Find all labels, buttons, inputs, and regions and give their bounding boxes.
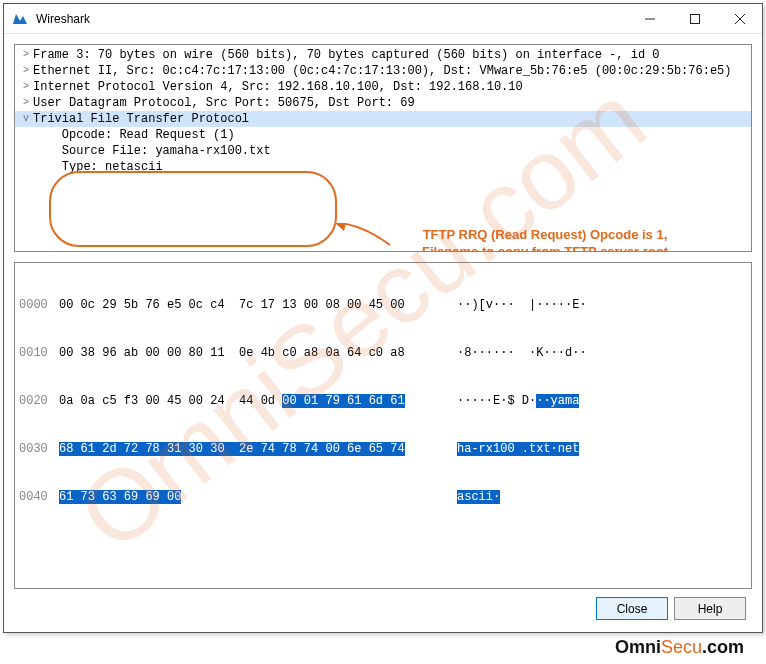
annotation-arrow — [330, 223, 400, 252]
packet-tree-row[interactable]: Opcode: Read Request (1) — [15, 127, 751, 143]
hex-row[interactable]: 000000 0c 29 5b 76 e5 0c c4 7c 17 13 00 … — [19, 297, 747, 313]
svg-rect-1 — [690, 14, 699, 23]
packet-tree-row[interactable]: Type: netascii — [15, 159, 751, 175]
packet-tree-row[interactable]: >Internet Protocol Version 4, Src: 192.1… — [15, 79, 751, 95]
annotation-text: TFTP RRQ (Read Request) Opcode is 1, Fil… — [385, 227, 705, 252]
hex-dump: 000000 0c 29 5b 76 e5 0c c4 7c 17 13 00 … — [15, 263, 751, 539]
packet-tree: >Frame 3: 70 bytes on wire (560 bits), 7… — [15, 45, 751, 177]
caret-icon[interactable]: > — [19, 95, 33, 111]
packet-details-pane[interactable]: >Frame 3: 70 bytes on wire (560 bits), 7… — [14, 44, 752, 252]
caret-icon[interactable]: > — [19, 63, 33, 79]
minimize-button[interactable] — [627, 4, 672, 34]
caret-icon — [19, 159, 33, 175]
hex-row[interactable]: 003068 61 2d 72 78 31 30 30 2e 74 78 74 … — [19, 441, 747, 457]
close-dialog-button[interactable]: Close — [596, 597, 668, 620]
hex-row[interactable]: 00200a 0a c5 f3 00 45 00 24 44 0d 00 01 … — [19, 393, 747, 409]
caret-icon[interactable]: > — [19, 79, 33, 95]
help-button[interactable]: Help — [674, 597, 746, 620]
packet-tree-row[interactable]: >Frame 3: 70 bytes on wire (560 bits), 7… — [15, 47, 751, 63]
hex-row[interactable]: 004061 73 63 69 69 00ascii· — [19, 489, 747, 505]
titlebar: Wireshark — [4, 4, 762, 34]
window-buttons — [627, 4, 762, 34]
packet-tree-row[interactable]: >User Datagram Protocol, Src Port: 50675… — [15, 95, 751, 111]
caret-icon[interactable]: > — [19, 47, 33, 63]
caret-icon[interactable]: v — [19, 111, 33, 127]
hex-row[interactable]: 001000 38 96 ab 00 00 80 11 0e 4b c0 a8 … — [19, 345, 747, 361]
caret-icon — [19, 143, 33, 159]
wireshark-icon — [12, 11, 28, 27]
window: Wireshark >Frame 3: 70 bytes on wire (56… — [3, 3, 763, 633]
window-title: Wireshark — [36, 12, 90, 26]
close-button[interactable] — [717, 4, 762, 34]
maximize-button[interactable] — [672, 4, 717, 34]
annotation-oval — [49, 171, 337, 247]
packet-tree-row[interactable]: >Ethernet II, Src: 0c:c4:7c:17:13:00 (0c… — [15, 63, 751, 79]
caret-icon — [19, 127, 33, 143]
content: >Frame 3: 70 bytes on wire (560 bits), 7… — [4, 34, 762, 632]
button-bar: Close Help — [14, 589, 752, 622]
packet-tree-row[interactable]: vTrivial File Transfer Protocol — [15, 111, 751, 127]
hex-pane[interactable]: 000000 0c 29 5b 76 e5 0c c4 7c 17 13 00 … — [14, 262, 752, 589]
packet-tree-row[interactable]: Source File: yamaha-rx100.txt — [15, 143, 751, 159]
footer-brand: OmniSecu.com — [615, 637, 744, 658]
